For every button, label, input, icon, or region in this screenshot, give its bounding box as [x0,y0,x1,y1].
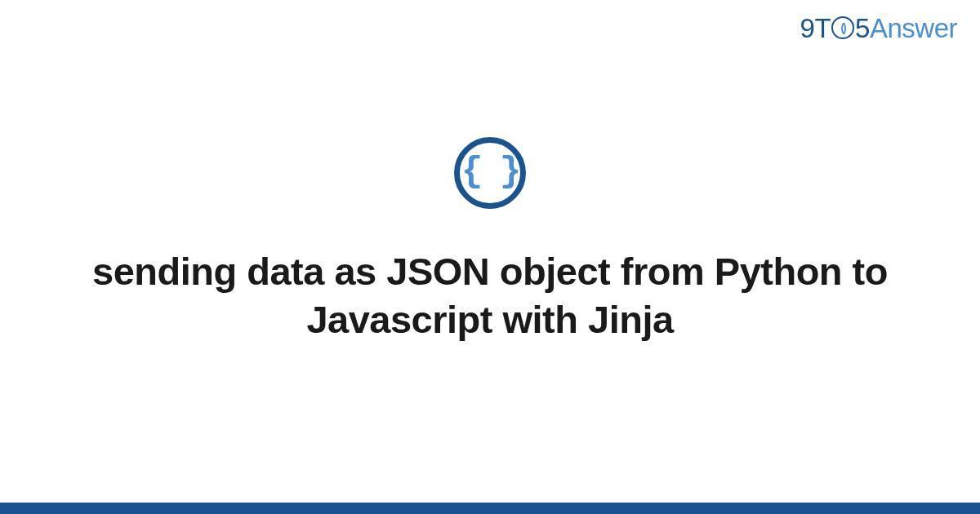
logo-text-answer: Answer [870,13,957,44]
question-title: sending data as JSON object from Python … [82,248,898,344]
logo-text-9t: 9T [800,13,831,44]
main-content: { } sending data as JSON object from Pyt… [0,0,980,514]
footer-accent-bar [0,503,980,514]
brace-glyph: { } [461,151,519,192]
code-braces-icon: { } [454,137,526,209]
logo-circle-content: () [840,21,844,34]
category-icon-container: { } [454,137,526,209]
logo-text-5: 5 [855,13,870,44]
site-header: 9T () 5 Answer [800,13,957,44]
site-logo[interactable]: 9T () 5 Answer [800,13,957,44]
logo-circle-icon: () [831,16,854,39]
